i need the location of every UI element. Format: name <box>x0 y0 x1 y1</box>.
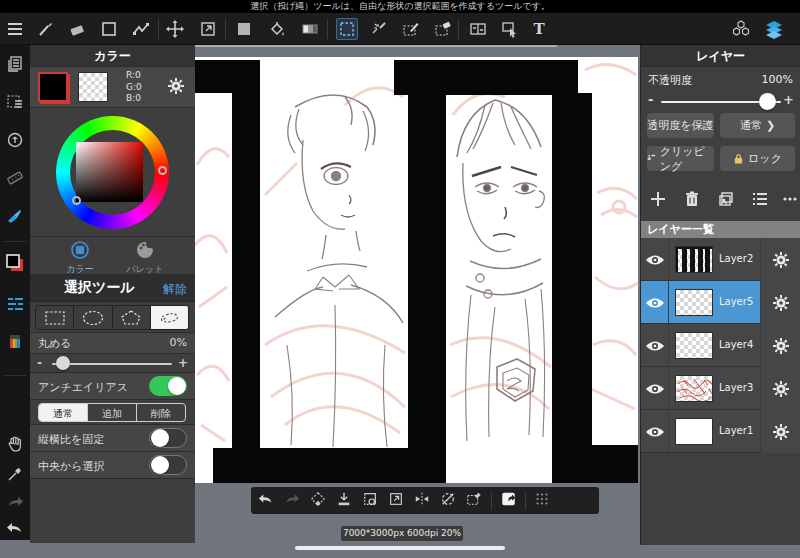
color-settings-gear-icon[interactable] <box>167 77 185 99</box>
select-tool-icon-active[interactable] <box>336 18 358 40</box>
layer-name: Layer1 <box>719 425 753 436</box>
transform-selection-icon[interactable] <box>309 491 327 511</box>
round-minus[interactable]: - <box>37 356 42 370</box>
save-download-icon[interactable] <box>335 491 353 511</box>
magic-wand-tool-icon[interactable] <box>368 18 390 40</box>
visibility-eye-icon[interactable] <box>641 281 669 324</box>
move-tool-icon[interactable] <box>164 18 186 40</box>
selection-clear-link[interactable]: 解除 <box>163 281 187 298</box>
delete-layer-icon[interactable] <box>683 190 701 212</box>
material-panel-icon[interactable] <box>500 491 517 511</box>
saturation-value-square[interactable] <box>76 142 143 202</box>
select-polygon-button[interactable] <box>113 306 151 329</box>
transform-tool-icon[interactable] <box>197 18 219 40</box>
shape-tool-icon[interactable] <box>98 18 120 40</box>
layer-row-layer5-selected[interactable]: Layer5 <box>641 281 800 324</box>
layer-list-options-icon[interactable] <box>751 190 769 212</box>
bucket-tool-icon[interactable] <box>266 18 288 40</box>
fixed-ratio-toggle-off[interactable] <box>149 428 187 448</box>
layer-row-layer4[interactable]: Layer4 <box>641 324 800 367</box>
brush-tool-icon[interactable] <box>34 18 56 40</box>
add-layer-icon[interactable] <box>649 190 667 212</box>
rgb-r: R:0 <box>126 70 142 82</box>
select-pen-tool-icon[interactable] <box>400 18 422 40</box>
round-slider-track[interactable] <box>52 363 172 365</box>
clipping-button[interactable]: クリッピング <box>647 146 714 171</box>
mode-add-button[interactable]: 追加 <box>88 404 137 421</box>
opacity-plus[interactable]: + <box>783 92 794 107</box>
transparent-color-swatch[interactable] <box>78 72 108 102</box>
more-options-icon[interactable] <box>781 190 799 212</box>
color-wheel[interactable] <box>30 108 195 237</box>
layer-settings-gear-icon[interactable] <box>760 281 800 324</box>
layer-row-layer1[interactable]: Layer1 <box>641 410 800 453</box>
visibility-eye-icon[interactable] <box>641 238 669 281</box>
from-center-toggle-off[interactable] <box>149 455 187 475</box>
opacity-minus[interactable]: - <box>648 92 653 107</box>
select-rectangle-button[interactable] <box>36 306 74 329</box>
opacity-slider-knob[interactable] <box>759 93 776 110</box>
layer-row-layer2[interactable]: Layer2 <box>641 238 800 281</box>
select-ellipse-button[interactable] <box>74 306 112 329</box>
visibility-eye-icon[interactable] <box>641 324 669 367</box>
materials-icon[interactable] <box>730 18 752 40</box>
layer-settings-gear-icon[interactable] <box>760 367 800 410</box>
split-view-icon[interactable] <box>467 18 489 40</box>
visibility-eye-icon[interactable] <box>641 367 669 410</box>
round-plus[interactable]: + <box>178 356 188 370</box>
flip-horizontal-icon[interactable] <box>413 491 431 511</box>
reset-rotation-icon[interactable] <box>4 129 26 151</box>
select-cursor-icon[interactable] <box>499 18 521 40</box>
visibility-eye-icon[interactable] <box>641 410 669 453</box>
layer-row-layer3[interactable]: Layer3 <box>641 367 800 410</box>
select-menu-icon[interactable] <box>4 91 26 113</box>
select-lasso-button-active[interactable] <box>151 306 188 329</box>
selection-tool-title: 選択ツール <box>64 279 135 297</box>
tab-color[interactable]: カラー <box>45 240 115 276</box>
layers-panel-icon[interactable] <box>763 18 785 40</box>
layer-settings-gear-icon[interactable] <box>760 238 800 281</box>
expand-transform-icon[interactable] <box>387 491 405 511</box>
redo-icon[interactable] <box>283 491 301 511</box>
select-eraser-tool-icon[interactable] <box>432 18 454 40</box>
palette-colors-icon[interactable] <box>4 331 26 353</box>
layer-settings-gear-icon[interactable] <box>760 324 800 367</box>
canvas-area[interactable]: 7000*3000px 600dpi 20% <box>195 45 640 558</box>
gradient-tool-icon[interactable] <box>299 18 321 40</box>
tab-palette[interactable]: パレット <box>110 240 180 276</box>
canvas-horizontal-scrollbar[interactable] <box>295 546 505 550</box>
round-slider-knob[interactable] <box>56 356 70 370</box>
antialias-toggle-on[interactable] <box>149 376 187 396</box>
active-colors-swatch[interactable] <box>4 252 26 274</box>
rotate-disabled-icon[interactable] <box>439 491 457 511</box>
blend-mode-button[interactable]: 通常 ❯ <box>720 113 795 138</box>
ruler-icon[interactable] <box>4 167 26 189</box>
mode-delete-button[interactable]: 削除 <box>137 404 185 421</box>
fill-swatch-icon[interactable] <box>233 18 255 40</box>
duplicate-layer-icon[interactable] <box>717 190 735 212</box>
redo-icon[interactable] <box>4 491 26 513</box>
mode-normal-button[interactable]: 通常 <box>39 404 88 421</box>
antialias-row: アンチエイリアス <box>30 373 195 400</box>
material-brush-icon[interactable] <box>4 205 26 227</box>
eyedropper-icon[interactable] <box>4 463 26 485</box>
eraser-tool-icon[interactable] <box>66 18 88 40</box>
sv-selector-dot[interactable] <box>72 196 81 205</box>
drag-handle-grid-icon[interactable] <box>534 491 550 511</box>
undo-icon[interactable] <box>257 491 275 511</box>
deselect-icon[interactable] <box>465 491 483 511</box>
menu-icon[interactable] <box>4 18 26 40</box>
text-tool-icon[interactable]: T <box>528 18 550 40</box>
hand-tool-icon[interactable] <box>4 433 26 455</box>
undo-icon[interactable] <box>4 517 26 539</box>
layer-settings-gear-icon[interactable] <box>760 410 800 453</box>
protect-alpha-button[interactable]: 透明度を保護 <box>647 113 714 138</box>
lock-button[interactable]: ロック <box>720 146 795 171</box>
layer-list-panel-icon[interactable] <box>4 293 26 315</box>
foreground-color-swatch[interactable] <box>38 72 68 102</box>
control-point-tool-icon[interactable] <box>130 18 152 40</box>
pages-icon[interactable] <box>4 53 26 75</box>
toolbar-divider <box>458 19 459 39</box>
crop-selection-icon[interactable] <box>361 491 379 511</box>
hue-selector-dot[interactable] <box>158 166 167 175</box>
